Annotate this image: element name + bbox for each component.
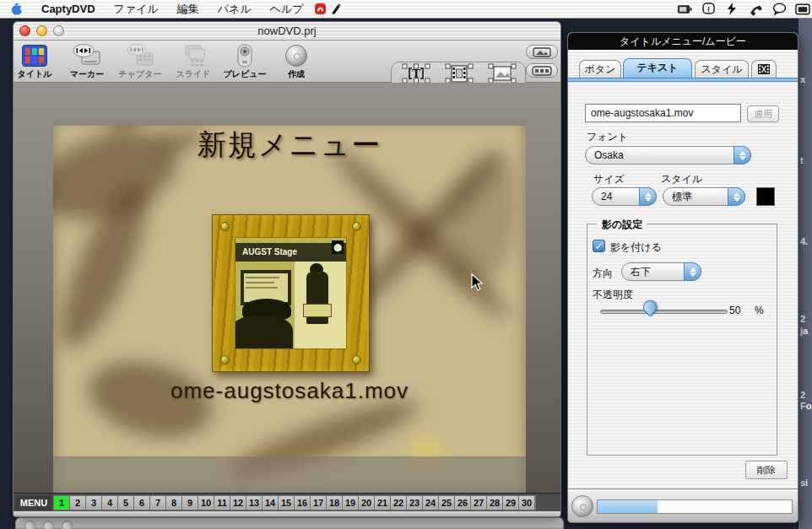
minimize-button[interactable] — [36, 25, 47, 36]
background-text: x — [800, 74, 805, 84]
toolbar-create-button[interactable]: 作成 — [272, 43, 321, 80]
menu-file[interactable]: ファイル — [105, 0, 168, 19]
size-label: サイズ — [593, 172, 625, 186]
tab-style[interactable]: スタイル — [695, 60, 749, 78]
window-bottom-edge — [14, 511, 560, 517]
menu-number-cell[interactable]: 4 — [102, 496, 118, 510]
menu-number-cell[interactable]: 26 — [455, 496, 471, 510]
dvd-menu-preview[interactable]: 新規メニュー AUGST Stage ⬤ — [53, 119, 526, 493]
menu-number-cell[interactable]: 7 — [150, 496, 166, 510]
menu-number-cell[interactable]: 17 — [311, 496, 327, 510]
color-swatch[interactable] — [756, 187, 775, 206]
menu-number-cell[interactable]: 30 — [519, 496, 535, 510]
menu-number-cell[interactable]: 29 — [503, 496, 519, 510]
tab-filmstrip[interactable] — [751, 60, 777, 78]
tab-underline — [568, 78, 798, 82]
shadow-checkbox[interactable]: ✓ — [593, 240, 605, 252]
menu-number-cell[interactable]: 11 — [214, 496, 230, 510]
main-toolbar: タイトル マーカー チャプター スライド — [14, 40, 560, 83]
menu-number-cell[interactable]: 22 — [391, 496, 407, 510]
menu-number-cell[interactable]: 10 — [198, 496, 214, 510]
popup-arrows-icon — [734, 146, 751, 165]
menu-number-cell[interactable]: 28 — [487, 496, 503, 510]
lightning-icon[interactable] — [724, 2, 739, 17]
menu-number-cell[interactable]: 5 — [118, 496, 134, 510]
pen-menu-icon[interactable] — [328, 2, 344, 17]
apply-button[interactable]: 適用 — [747, 105, 779, 122]
drawer-button[interactable] — [526, 63, 558, 78]
menu-number-cell[interactable]: 8 — [166, 496, 182, 510]
menu-number-cell[interactable]: 27 — [471, 496, 487, 510]
background-window-titlebar — [15, 517, 564, 529]
movie-thumbnail-button[interactable]: AUGST Stage ⬤ — [212, 214, 370, 372]
dvd-menu-title-text[interactable]: 新規メニュー — [53, 126, 526, 165]
phone-icon[interactable] — [748, 2, 763, 17]
background-text: si — [800, 478, 808, 488]
display-icon[interactable] — [795, 2, 810, 17]
menu-number-cell[interactable]: 6 — [134, 496, 150, 510]
rivet-icon — [220, 355, 230, 364]
script-menu-icon[interactable] — [313, 2, 328, 17]
direction-popup[interactable]: 右下 — [621, 262, 701, 281]
filmstrip-icon — [757, 63, 771, 75]
menu-number-cell[interactable]: 18 — [327, 496, 343, 510]
main-window-titlebar[interactable]: nowDVD.prj — [14, 22, 560, 40]
style-label: スタイル — [661, 172, 702, 186]
menu-panel[interactable]: パネル — [208, 0, 261, 19]
chat-icon[interactable] — [771, 2, 787, 17]
toolbar-marker-button[interactable]: マーカー — [62, 43, 111, 80]
opacity-unit: % — [755, 305, 764, 316]
movie-thumbnail-photo: AUGST Stage ⬤ — [235, 237, 347, 349]
alert-icon[interactable]: ! — [701, 2, 716, 17]
popup-arrows-icon — [639, 187, 657, 206]
delete-button[interactable]: 削除 — [745, 461, 788, 479]
menu-edit[interactable]: 編集 — [168, 0, 208, 19]
title-text-input[interactable]: ome-augstosaka1.mov — [585, 104, 741, 122]
rivet-icon — [220, 222, 230, 231]
toolbar-preview-button[interactable]: プレビュー — [220, 43, 269, 80]
tray-icon — [532, 66, 552, 76]
mouse-cursor — [471, 273, 484, 295]
inactive-minimize-button — [43, 521, 54, 529]
thumbnail-caption-text[interactable]: ome-augstosaka1.mov — [53, 378, 526, 404]
background-picker-button[interactable] — [526, 45, 558, 59]
menu-number-cell[interactable]: 3 — [86, 496, 102, 510]
slide-stack-icon — [169, 43, 218, 68]
palette-status-bar — [568, 489, 798, 523]
menu-help[interactable]: ヘルプ — [261, 0, 313, 19]
rivet-icon — [352, 355, 361, 364]
close-button[interactable] — [19, 25, 30, 36]
menu-number-cell[interactable]: 9 — [182, 496, 198, 510]
zoom-button[interactable] — [53, 25, 64, 36]
font-popup[interactable]: Osaka — [585, 146, 751, 165]
menu-number-cell[interactable]: 24 — [423, 496, 439, 510]
menu-number-cell[interactable]: 1 — [54, 496, 70, 510]
tab-text[interactable]: テキスト — [623, 58, 692, 78]
menu-number-cell[interactable]: 21 — [375, 496, 391, 510]
menu-number-cell[interactable]: 25 — [439, 496, 455, 510]
battery-icon[interactable] — [677, 2, 692, 17]
tab-button[interactable]: ボタン — [579, 60, 621, 78]
apple-icon — [9, 2, 23, 16]
popup-arrows-icon — [684, 262, 701, 281]
menu-number-cell[interactable]: 13 — [246, 496, 263, 510]
menu-number-cell[interactable]: 20 — [359, 496, 375, 510]
palette-title[interactable]: タイトルメニュー/ムービー — [568, 33, 798, 50]
app-menu[interactable]: CaptyDVD — [32, 0, 105, 19]
opacity-slider-track[interactable] — [600, 310, 728, 314]
size-popup[interactable]: 24 — [592, 187, 657, 206]
inactive-close-button — [24, 521, 35, 529]
disc-icon — [571, 495, 593, 517]
apple-menu[interactable] — [0, 0, 32, 19]
style-popup[interactable]: 標準 — [663, 187, 745, 206]
background-text: Fo — [800, 401, 811, 411]
opacity-label: 不透明度 — [593, 288, 633, 302]
menu-number-cell[interactable]: 12 — [230, 496, 246, 510]
menu-number-cell[interactable]: 23 — [407, 496, 423, 510]
menu-number-cell[interactable]: 16 — [295, 496, 311, 510]
toolbar-title-button[interactable]: タイトル — [13, 43, 59, 80]
menu-number-cell[interactable]: 19 — [343, 496, 359, 510]
menu-number-cell[interactable]: 14 — [263, 496, 279, 510]
menu-number-cell[interactable]: 2 — [70, 496, 86, 510]
menu-number-cell[interactable]: 15 — [279, 496, 295, 510]
